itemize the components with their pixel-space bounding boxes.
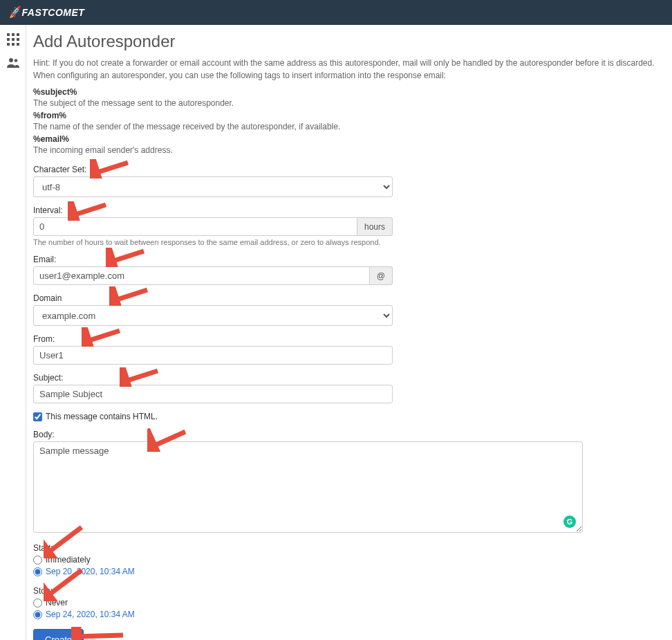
stop-custom-radio[interactable]: [33, 610, 42, 619]
main-content: Add Autoresponder Hint: If you do not cr…: [26, 25, 672, 640]
stop-never-label: Never: [46, 598, 68, 607]
apps-grid-icon[interactable]: [6, 32, 21, 47]
tags-intro: When configuring an autoresponder, you c…: [33, 71, 660, 80]
interval-addon: hours: [357, 217, 393, 236]
from-label: From:: [33, 334, 393, 344]
email-label: Email:: [33, 255, 393, 264]
tag-subject-desc: The subject of the message sent to the a…: [33, 98, 660, 108]
body-label: Body:: [33, 430, 583, 439]
tag-from-desc: The name of the sender of the message re…: [33, 122, 660, 131]
users-icon[interactable]: [6, 55, 21, 71]
email-input[interactable]: [33, 266, 370, 285]
html-checkbox[interactable]: [33, 412, 42, 421]
from-input[interactable]: [33, 346, 393, 365]
svg-point-9: [9, 58, 13, 62]
svg-rect-3: [7, 38, 10, 41]
interval-help: The number of hours to wait between resp…: [33, 238, 393, 246]
create-button[interactable]: Create: [33, 629, 84, 640]
from-group: From:: [33, 334, 393, 365]
svg-rect-1: [12, 33, 15, 36]
start-custom-link[interactable]: Sep 20, 2020, 10:34 AM: [46, 567, 135, 576]
html-checkbox-row: This message contains HTML.: [33, 412, 660, 421]
svg-point-10: [14, 59, 17, 62]
start-immediately-label: Immediately: [46, 555, 91, 565]
brand-logo: 🚀FASTCOMET: [8, 7, 84, 18]
email-addon: @: [370, 266, 393, 285]
svg-rect-8: [17, 43, 19, 46]
stop-label: Stop:: [33, 586, 660, 596]
interval-group: Interval: hours The number of hours to w…: [33, 205, 393, 246]
svg-rect-6: [7, 43, 10, 46]
html-checkbox-label: This message contains HTML.: [46, 412, 158, 421]
start-group: Start: Immediately Sep 20, 2020, 10:34 A…: [33, 543, 660, 576]
domain-select[interactable]: example.com: [33, 305, 393, 326]
svg-rect-7: [12, 43, 15, 46]
domain-label: Domain: [33, 293, 393, 303]
tag-email: %email%: [33, 134, 69, 144]
top-bar: 🚀FASTCOMET: [0, 0, 672, 25]
svg-rect-4: [12, 38, 15, 41]
sidebar: [0, 25, 26, 640]
stop-custom-link[interactable]: Sep 24, 2020, 10:34 AM: [46, 610, 135, 619]
start-label: Start:: [33, 543, 660, 553]
svg-rect-0: [7, 33, 10, 36]
interval-label: Interval:: [33, 205, 393, 215]
hint-text: Hint: If you do not create a forwarder o…: [33, 57, 660, 69]
email-group: Email: @: [33, 255, 393, 285]
subject-label: Subject:: [33, 373, 393, 383]
domain-group: Domain example.com: [33, 293, 393, 326]
page-title: Add Autoresponder: [33, 32, 660, 51]
tag-subject: %subject%: [33, 87, 77, 97]
interval-input[interactable]: [33, 217, 357, 236]
charset-select[interactable]: utf-8: [33, 176, 393, 197]
body-textarea[interactable]: [33, 441, 583, 533]
start-immediately-radio[interactable]: [33, 556, 42, 565]
subject-input[interactable]: [33, 385, 393, 403]
tag-section: %subject% The subject of the message sen…: [33, 87, 660, 155]
tag-from: %from%: [33, 111, 66, 120]
stop-never-radio[interactable]: [33, 598, 42, 607]
charset-label: Character Set:: [33, 165, 393, 174]
svg-rect-5: [17, 38, 19, 41]
grammarly-icon: G: [563, 515, 576, 528]
tag-email-desc: The incoming email sender's address.: [33, 145, 660, 155]
stop-group: Stop: Never Sep 24, 2020, 10:34 AM: [33, 586, 660, 619]
start-custom-radio[interactable]: [33, 567, 42, 576]
body-group: Body: G: [33, 430, 583, 535]
charset-group: Character Set: utf-8: [33, 165, 393, 197]
subject-group: Subject:: [33, 373, 393, 403]
svg-rect-2: [17, 33, 19, 36]
